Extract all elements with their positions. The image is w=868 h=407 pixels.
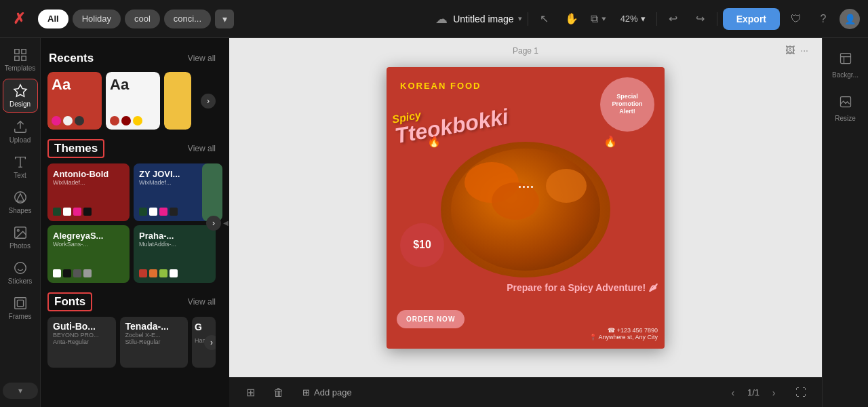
delete-page-button[interactable]: 🗑	[269, 383, 289, 403]
export-button[interactable]: Export	[723, 8, 780, 30]
page-more-icon[interactable]: ···	[800, 45, 808, 56]
svg-rect-17	[840, 97, 850, 107]
sidebar-item-text[interactable]: Text	[3, 151, 38, 183]
sidebar-item-upload[interactable]: Upload	[3, 115, 38, 148]
recent-card-2[interactable]: Aa	[106, 72, 160, 130]
sidebar-label-design: Design	[9, 100, 31, 108]
theme-card-praha[interactable]: Praha-... MulatAddis-...	[134, 225, 216, 283]
korean-food-label: KOREAN FOOD	[400, 81, 481, 91]
theme-zyjovi-swatches	[139, 208, 210, 216]
add-page-button[interactable]: ⊞ Add page	[297, 385, 357, 400]
fonts-title: Fonts	[47, 292, 92, 311]
theme-card-antonio[interactable]: Antonio-Bold WixMadef...	[47, 163, 130, 221]
themes-header: Themes View all	[47, 139, 216, 158]
sidebar-label-templates: Templates	[5, 64, 36, 72]
redo-button[interactable]: ↪	[690, 8, 711, 30]
page-icons: 🖼 ···	[785, 45, 808, 56]
theme-font-antonio-sub: WixMadef...	[53, 179, 124, 186]
user-avatar[interactable]: 👤	[840, 9, 860, 29]
themes-grid-row2: AlegreyaS... WorkSans-... Praha-... Mula…	[47, 225, 216, 283]
recent-card-1[interactable]: Aa	[47, 72, 102, 130]
resize-button[interactable]: Resize	[828, 90, 863, 128]
seed	[519, 186, 521, 188]
canvas-content: Page 1 🖼 ··· KOREAN FOOD Special Promoti…	[229, 38, 822, 377]
sidebar-label-text: Text	[14, 172, 26, 179]
swatch	[149, 208, 157, 216]
swatch	[149, 269, 157, 277]
filter-cool[interactable]: cool	[125, 9, 160, 28]
hand-tool-button[interactable]: ✋	[561, 8, 583, 30]
themes-view-all[interactable]: View all	[188, 144, 216, 153]
background-button[interactable]: Backgr...	[828, 46, 863, 84]
zoom-control[interactable]: 42% ▾	[615, 11, 651, 26]
themes-scroll-button[interactable]: ›	[206, 216, 221, 231]
prev-page-button[interactable]: ‹	[724, 384, 742, 402]
sidebar-item-design[interactable]: Design	[3, 79, 38, 113]
filter-holiday[interactable]: Holiday	[73, 9, 121, 28]
sesame-seeds	[505, 186, 546, 188]
next-page-button[interactable]: ›	[765, 384, 783, 402]
prepare-content: Prepare for a Spicy Adventure! 🌶	[507, 282, 658, 293]
rail-collapse-button[interactable]: ▾	[3, 383, 38, 399]
sidebar-item-photos[interactable]: Photos	[3, 221, 38, 254]
fonts-header: Fonts View all	[47, 292, 216, 311]
swatch	[53, 208, 61, 216]
theme-card-alegreya[interactable]: AlegreyaS... WorkSans-...	[47, 225, 130, 283]
panel-collapse-strip[interactable]: ◀	[222, 38, 229, 407]
swatch	[170, 269, 178, 277]
font-card-tenada[interactable]: Tenada-... Zocbel X-E... Stilu-Regular	[120, 317, 189, 368]
recents-scroll-button[interactable]: ›	[201, 94, 216, 109]
design-canvas[interactable]: KOREAN FOOD Special Promotion Alert! Spi…	[387, 67, 665, 349]
svg-rect-3	[21, 56, 25, 60]
theme-font-zyjovi-sub: WixMadef...	[139, 179, 210, 186]
undo-button[interactable]: ↩	[663, 8, 684, 30]
theme-font-praha-sub: MulatAddis-...	[139, 241, 210, 248]
left-design-panel: Recents View all Aa Aa	[41, 38, 222, 407]
swatch	[139, 269, 147, 277]
frame-tool-button[interactable]: ⧉ ▾	[588, 8, 610, 30]
svg-marker-8	[16, 194, 24, 201]
sidebar-label-frames: Frames	[9, 313, 32, 320]
recents-view-all[interactable]: View all	[188, 54, 216, 63]
filter-more-button[interactable]: ▾	[215, 9, 234, 28]
theme-font-zyjovi: ZY JOVI...	[139, 169, 210, 179]
fullscreen-button[interactable]: ⛶	[791, 383, 811, 403]
pointer-tool-button[interactable]: ↖	[534, 8, 555, 30]
fonts-view-all[interactable]: View all	[188, 297, 216, 307]
themes-grid-row1: Antonio-Bold WixMadef... ZY JOVI... WixM…	[47, 163, 216, 221]
swatch	[121, 116, 131, 125]
font-card-guti[interactable]: Guti-Bo... BEYOND PRO... Anta-Regular	[47, 317, 116, 368]
contact-info: ☎ +123 456 7890 📍 Anywhere st, Any City	[589, 327, 658, 341]
fonts-scroll-button[interactable]: ›	[204, 335, 216, 350]
recent-card-3[interactable]	[164, 72, 191, 130]
canvas-title-group[interactable]: Untitled image ▾	[453, 14, 522, 24]
font-tenada-main: Tenada-...	[125, 321, 183, 332]
phone-text: ☎ +123 456 7890	[589, 327, 658, 334]
filter-group: All Holiday cool conci... ▾	[38, 9, 234, 28]
filter-concise[interactable]: conci...	[164, 9, 211, 28]
svg-rect-2	[14, 56, 18, 60]
help-button[interactable]: ?	[812, 8, 834, 30]
sidebar-item-templates[interactable]: Templates	[3, 43, 38, 76]
shield-icon-button[interactable]: 🛡	[785, 8, 807, 30]
swatch	[139, 208, 147, 216]
logo[interactable]: ✗	[8, 8, 30, 30]
page-current: 1	[747, 387, 752, 398]
sidebar-item-stickers[interactable]: Stickers	[3, 256, 38, 289]
sidebar-item-shapes[interactable]: Shapes	[3, 186, 38, 218]
sidebar-item-frames[interactable]: Frames	[3, 292, 38, 324]
recents-header: Recents View all	[47, 50, 216, 66]
grid-view-button[interactable]: ⊞	[240, 383, 260, 403]
themes-container: Antonio-Bold WixMadef... ZY JOVI... WixM…	[47, 163, 216, 283]
canvas-title: Untitled image	[453, 14, 514, 24]
theme-antonio-swatches	[53, 208, 124, 216]
seed	[523, 186, 525, 188]
zoom-chevron: ▾	[641, 14, 646, 24]
theme-font-antonio: Antonio-Bold	[53, 169, 124, 179]
filter-all[interactable]: All	[38, 9, 68, 28]
theme-font-praha: Praha-...	[139, 231, 210, 241]
swatch	[159, 208, 167, 216]
tteokbokki-text: Spicy Tteokbokki	[391, 94, 510, 147]
svg-rect-15	[17, 300, 23, 306]
main-layout: Templates Design Upload Text Shapes Phot…	[0, 38, 868, 407]
